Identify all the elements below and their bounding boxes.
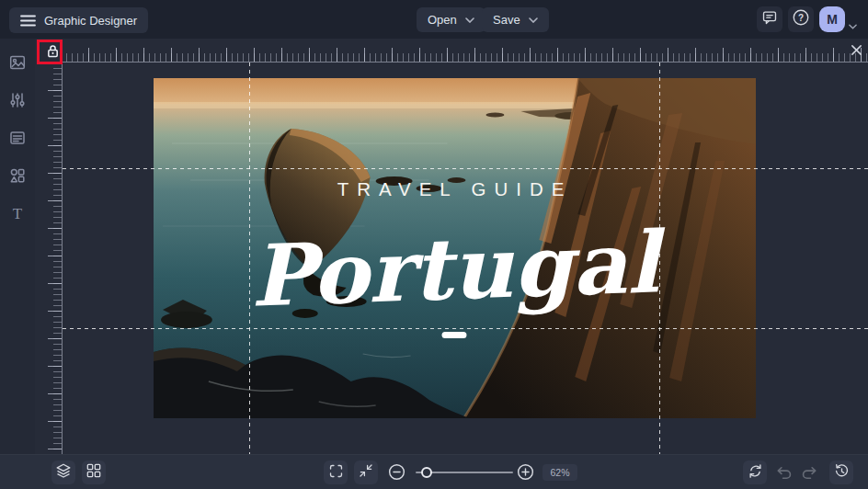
design-canvas[interactable]: TRAVEL GUIDE Portugal [154,78,756,418]
feedback-button[interactable] [757,6,782,32]
ruler-vertical[interactable] [42,63,63,454]
sidebar-item-edit[interactable] [7,90,28,110]
fit-screen-icon [359,463,373,482]
user-avatar[interactable]: M [819,6,845,32]
sidebar-item-graphics[interactable] [7,165,28,186]
help-button[interactable]: ? [788,6,814,32]
text-icon: T [8,204,27,222]
portugal-photo: TRAVEL GUIDE Portugal [154,78,756,418]
zoom-level-field[interactable]: 62% [542,464,577,481]
zoom-in-icon [516,462,535,485]
refresh-button[interactable] [743,461,767,484]
help-icon: ? [792,8,810,30]
svg-text:T: T [13,205,23,222]
shapes-icon [8,166,27,185]
top-bar: Graphic Designer Open Save ? M [0,0,868,39]
comment-icon [761,9,778,29]
graphic-designer-app: Graphic Designer Open Save ? M [0,0,868,489]
layers-icon [55,462,72,483]
guide-horizontal-bottom[interactable] [63,328,868,329]
sidebar-item-image[interactable] [7,52,28,73]
canvas-eyebrow-text: TRAVEL GUIDE [337,178,573,199]
ruler-lock-button[interactable] [43,43,62,62]
zoom-in-button[interactable] [516,462,535,485]
redo-icon [801,463,818,484]
open-button[interactable]: Open [417,7,485,32]
ruler-horizontal[interactable] [61,42,868,63]
undo-icon [775,463,793,484]
save-button[interactable]: Save [482,7,549,32]
canvas-divider-dash [442,332,467,338]
svg-text:?: ? [798,13,804,23]
close-icon [851,43,862,60]
image-icon [8,53,27,72]
redo-button[interactable] [801,463,818,484]
history-icon [834,463,850,483]
chevron-down-icon [529,17,538,23]
layout-icon [8,129,27,147]
guide-horizontal-top[interactable] [63,168,868,169]
zoom-out-icon [387,462,406,485]
canvas-title-text: Portugal [248,212,668,326]
sidebar-item-templates[interactable] [7,128,28,148]
grid-view-button[interactable] [82,461,106,484]
workspace: T [0,39,868,454]
open-label: Open [428,13,457,27]
account-chevron-down-icon[interactable] [849,17,857,33]
grid-icon [86,463,101,482]
lock-icon [45,43,61,63]
main-menu-button[interactable]: Graphic Designer [9,7,148,33]
sidebar-item-text[interactable]: T [7,203,28,223]
undo-button[interactable] [775,463,793,484]
save-label: Save [493,13,520,27]
history-button[interactable] [829,461,853,484]
tool-sidebar: T [0,39,35,454]
bottom-bar: 62% [0,454,868,489]
fullscreen-icon [328,463,344,483]
fit-to-screen-button[interactable] [354,461,378,484]
layers-button[interactable] [51,461,75,484]
zoom-level-value: 62% [550,467,569,478]
refresh-icon [748,463,763,483]
guide-vertical-right[interactable] [659,63,660,454]
guide-vertical-left[interactable] [249,63,250,454]
fullscreen-button[interactable] [324,461,348,484]
adjustments-icon [8,91,27,109]
zoom-out-button[interactable] [387,462,406,485]
zoom-slider-handle[interactable] [421,467,432,478]
avatar-initial: M [827,12,838,27]
hamburger-icon [20,15,36,27]
chevron-down-icon [465,17,474,23]
app-title: Graphic Designer [44,14,137,28]
close-guides-button[interactable] [848,43,864,60]
